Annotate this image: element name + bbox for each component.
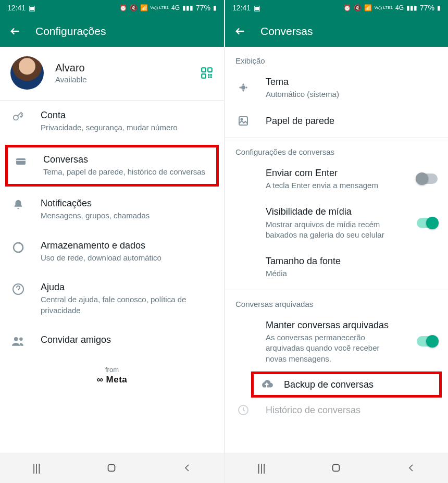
enter-title: Enviar com Enter — [266, 167, 402, 179]
wallpaper-item[interactable]: Papel de parede — [225, 107, 448, 134]
enter-toggle[interactable] — [417, 174, 438, 184]
header: Configurações — [0, 16, 224, 47]
chats-title: Conversas — [43, 153, 211, 166]
font-sub: Média — [266, 268, 438, 279]
brand-from: from — [0, 366, 224, 374]
alarm-icon: ⏰ — [119, 4, 127, 11]
media-visibility-item[interactable]: Visibilidade de mídia Mostrar arquivos d… — [225, 198, 448, 247]
alarm-icon: ⏰ — [343, 4, 351, 11]
font-size-item[interactable]: Tamanho da fonte Média — [225, 247, 448, 287]
svg-rect-13 — [108, 465, 115, 472]
theme-item[interactable]: Tema Automático (sistema) — [225, 68, 448, 107]
backup-title: Backup de conversas — [284, 378, 434, 391]
nav-recent-button[interactable]: ||| — [32, 462, 41, 474]
theme-icon — [235, 81, 251, 94]
media-toggle[interactable] — [417, 218, 438, 228]
keep-archived-sub: As conversas permanecerão arquivadas qua… — [266, 332, 402, 364]
section-chat-settings: Configurações de conversas — [225, 138, 448, 159]
battery-percent: 77% — [420, 4, 434, 12]
nav-recent-button[interactable]: ||| — [257, 462, 266, 474]
svg-point-11 — [14, 337, 18, 341]
settings-item-notifications[interactable]: Notificações Mensagens, grupos, chamadas — [0, 189, 224, 231]
enter-sub: A tecla Enter envia a mensagem — [266, 180, 402, 191]
data-usage-icon — [10, 239, 26, 254]
status-time: 12:41 — [232, 4, 251, 12]
header-title: Conversas — [260, 25, 313, 38]
svg-rect-3 — [208, 74, 209, 76]
notif-sub: Mensagens, grupos, chamadas — [41, 210, 214, 221]
screenshot-icon: ▣ — [29, 4, 35, 12]
settings-item-invite[interactable]: Convidar amigos — [0, 325, 224, 356]
meta-logo-icon: ∞ — [97, 375, 104, 385]
settings-screen: 12:41 ▣ ⏰ 🔇 📶 Vo)) LTE1 4G ▮▮▮ 77% ▮ Con… — [0, 0, 224, 483]
settings-item-storage[interactable]: Armazenamento e dados Uso de rede, downl… — [0, 231, 224, 273]
history-icon — [235, 404, 251, 416]
account-title: Conta — [41, 109, 214, 121]
battery-percent: 77% — [196, 4, 210, 12]
svg-point-15 — [241, 118, 243, 120]
volte-icon: Vo)) LTE1 — [375, 6, 393, 10]
wallpaper-icon — [235, 115, 251, 127]
svg-point-12 — [19, 337, 22, 341]
back-button[interactable] — [234, 26, 246, 37]
wifi-icon: 📶 — [140, 4, 148, 11]
invite-title: Convidar amigos — [41, 333, 214, 346]
settings-item-chats[interactable]: Conversas Tema, papel de parede, históri… — [5, 145, 219, 187]
theme-sub: Automático (sistema) — [266, 89, 438, 100]
network-icon: 4G — [395, 4, 404, 11]
brand-area: from ∞ Meta — [0, 366, 224, 385]
svg-rect-2 — [202, 74, 206, 78]
help-title: Ajuda — [41, 281, 214, 293]
bell-icon — [10, 197, 26, 210]
qr-code-icon[interactable] — [200, 66, 214, 80]
help-icon — [10, 281, 26, 295]
mute-icon: 🔇 — [354, 4, 362, 11]
nav-back-button[interactable] — [406, 463, 416, 473]
screenshot-icon: ▣ — [254, 4, 260, 12]
section-archived: Conversas arquivadas — [225, 290, 448, 312]
nav-home-button[interactable] — [330, 462, 342, 474]
back-button[interactable] — [9, 26, 21, 37]
media-title: Visibilidade de mídia — [266, 205, 402, 218]
brand-meta: ∞ Meta — [0, 375, 224, 385]
svg-rect-4 — [210, 77, 212, 78]
settings-list: Conta Privacidade, segurança, mudar núme… — [0, 101, 224, 453]
account-sub: Privacidade, segurança, mudar número — [41, 122, 214, 133]
profile-status: Available — [55, 75, 200, 84]
volte-icon: Vo)) LTE1 — [151, 6, 169, 10]
signal-icon: ▮▮▮ — [182, 4, 193, 11]
cloud-upload-icon — [259, 379, 275, 390]
settings-item-account[interactable]: Conta Privacidade, segurança, mudar núme… — [0, 101, 224, 143]
keep-archived-item[interactable]: Manter conversas arquivadas As conversas… — [225, 312, 448, 371]
status-time: 12:41 — [7, 4, 26, 12]
signal-icon: ▮▮▮ — [406, 4, 417, 11]
nav-home-button[interactable] — [106, 462, 117, 474]
history-title: Histórico de conversas — [266, 404, 438, 416]
svg-rect-5 — [208, 77, 209, 78]
storage-sub: Uso de rede, download automático — [41, 253, 214, 263]
people-icon — [10, 333, 26, 347]
keep-archived-toggle[interactable] — [417, 336, 438, 346]
chat-history-item[interactable]: Histórico de conversas — [225, 398, 448, 424]
storage-title: Armazenamento e dados — [41, 239, 214, 252]
help-sub: Central de ajuda, fale conosco, política… — [41, 294, 214, 316]
header: Conversas — [225, 16, 448, 47]
android-navbar: ||| — [0, 453, 224, 483]
svg-rect-17 — [332, 465, 339, 472]
chats-list: Exibição Tema Automático (sistema) Papel… — [225, 47, 448, 453]
notif-title: Notificações — [41, 197, 214, 209]
chat-icon — [13, 153, 29, 168]
enter-send-item[interactable]: Enviar com Enter A tecla Enter envia a m… — [225, 159, 448, 199]
profile-row[interactable]: Alvaro Available — [0, 47, 224, 101]
header-title: Configurações — [35, 25, 106, 38]
theme-title: Tema — [266, 76, 438, 88]
media-sub: Mostrar arquivos de mídia recém baixados… — [266, 219, 402, 241]
settings-item-help[interactable]: Ajuda Central de ajuda, fale conosco, po… — [0, 273, 224, 325]
nav-back-button[interactable] — [182, 463, 192, 473]
key-icon — [10, 109, 26, 122]
svg-rect-6 — [210, 74, 212, 76]
chat-backup-item[interactable]: Backup de conversas — [251, 371, 442, 398]
svg-rect-8 — [16, 158, 26, 165]
keep-archived-title: Manter conversas arquivadas — [266, 319, 402, 331]
section-display: Exibição — [225, 47, 448, 68]
